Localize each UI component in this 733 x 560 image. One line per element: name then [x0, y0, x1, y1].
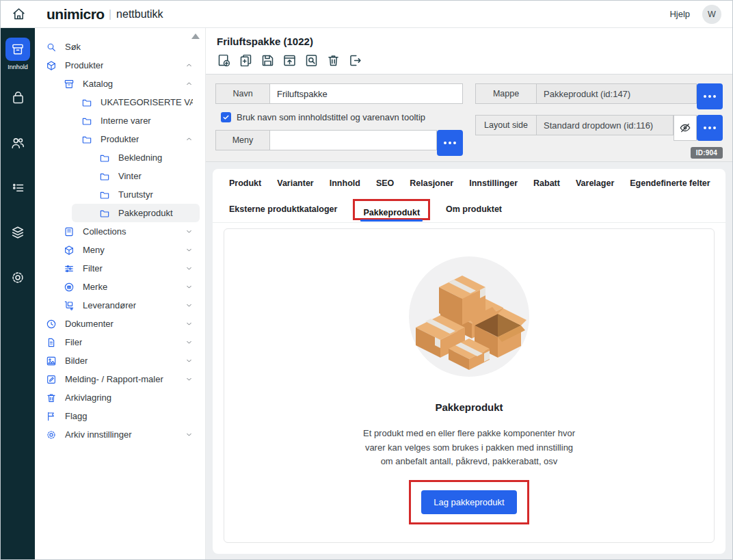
- nav-item-ukategoriserte-varer[interactable]: UKATEGORISERTE VARER: [35, 93, 200, 111]
- tab-relasjoner[interactable]: Relasjoner: [410, 178, 453, 196]
- page-title: Friluftspakke (1022): [217, 36, 721, 47]
- chevron-down-icon: [185, 375, 193, 383]
- brand-divider: |: [109, 8, 111, 21]
- meny-input[interactable]: [270, 130, 437, 150]
- chevron-down-icon: [185, 228, 193, 235]
- nav-item-merke[interactable]: Merke: [35, 278, 200, 296]
- users-icon[interactable]: [10, 135, 25, 150]
- tab-produkt[interactable]: Produkt: [229, 178, 261, 196]
- navn-input[interactable]: [270, 83, 463, 104]
- nav-item-interne-varer[interactable]: Interne varer: [35, 111, 200, 130]
- annotation-box-tab: Pakkeprodukt: [353, 199, 430, 220]
- layout-side-label: Layout side: [475, 115, 537, 135]
- tabs-row-2: Eksterne produktkataloger Pakkeprodukt O…: [229, 204, 709, 222]
- nav-item-produkter-folder[interactable]: Produkter: [35, 130, 200, 148]
- settings-gear-icon[interactable]: [10, 270, 25, 285]
- pakkeprodukt-panel: Pakkeprodukt Et produkt med en eller fle…: [224, 228, 715, 543]
- nav-item-filter[interactable]: Filter: [35, 259, 200, 278]
- id-badge: ID:904: [691, 147, 723, 159]
- nav-item-melding-rapport-maler[interactable]: Melding- / Rapport-maler: [35, 370, 200, 388]
- chevron-down-icon: [185, 338, 193, 346]
- nav-item-filer[interactable]: Filer: [35, 333, 200, 351]
- layers-icon[interactable]: [10, 225, 25, 240]
- save-icon[interactable]: [261, 53, 275, 68]
- tab-egendefinerte-felter[interactable]: Egendefinerte felter: [630, 178, 710, 196]
- nav-item-katalog[interactable]: Katalog: [35, 75, 200, 93]
- exit-icon[interactable]: [348, 53, 362, 68]
- duplicate-icon[interactable]: [239, 53, 253, 68]
- nav-item-arkivlagring[interactable]: Arkivlagring: [35, 388, 200, 407]
- nav-panel: Søk Produkter Katalog UKATEGORISERTE VAR…: [35, 28, 206, 559]
- tab-varianter[interactable]: Varianter: [277, 178, 314, 196]
- chevron-up-icon: [185, 80, 193, 88]
- nav-item-dokumenter[interactable]: Dokumenter: [35, 315, 200, 333]
- mappe-input[interactable]: [537, 83, 697, 104]
- annotation-box-button: Lag pakkeprodukt: [409, 480, 529, 524]
- meny-label: Meny: [215, 130, 270, 150]
- tab-varelager[interactable]: Varelager: [576, 178, 614, 196]
- nav-item-produkter[interactable]: Produkter: [35, 56, 200, 75]
- top-bar: unimicro | nettbutikk Hjelp W: [1, 1, 732, 28]
- nav-item-bilder[interactable]: Bilder: [35, 351, 200, 370]
- rail-active-label: Innhold: [8, 64, 28, 70]
- page-header: Friluftspakke (1022): [206, 28, 732, 74]
- chevron-down-icon: [185, 302, 193, 309]
- tab-rabatt[interactable]: Rabatt: [533, 178, 560, 196]
- layout-picker-button[interactable]: [697, 115, 723, 141]
- boxes-illustration: [409, 256, 529, 377]
- tab-seo[interactable]: SEO: [376, 178, 394, 196]
- eye-slash-icon[interactable]: [674, 115, 697, 141]
- meny-picker-button[interactable]: [437, 130, 463, 156]
- shopping-bag-icon[interactable]: [11, 91, 25, 105]
- panel-description: Et produkt med en eller flere pakke komp…: [362, 427, 576, 469]
- checkbox-label: Bruk navn som innholdstittel og varenavn…: [237, 112, 425, 122]
- chevron-down-icon: [185, 265, 193, 272]
- nav-item-collections[interactable]: Collections: [35, 222, 200, 241]
- use-name-checkbox[interactable]: [221, 112, 231, 122]
- nav-item-arkiv-innstillinger[interactable]: Arkiv innstillinger: [35, 425, 200, 444]
- panel-heading: Pakkeprodukt: [435, 401, 503, 413]
- tab-eksterne-produktkataloger[interactable]: Eksterne produktkataloger: [229, 204, 337, 222]
- brand-logo: unimicro: [46, 6, 105, 23]
- form-left-column: Navn Bruk navn som innholdstittel og var…: [215, 83, 463, 156]
- toolbar: [217, 53, 721, 68]
- chevron-up-icon: [185, 62, 193, 69]
- user-avatar[interactable]: W: [702, 5, 721, 24]
- nav-item-bekledning[interactable]: Bekledning: [35, 148, 200, 167]
- nav-item-turutstyr[interactable]: Turutstyr: [35, 185, 200, 204]
- tabs-card: Produkt Varianter Innhold SEO Relasjoner…: [213, 169, 725, 554]
- new-document-icon[interactable]: [217, 53, 231, 68]
- preview-icon[interactable]: [304, 53, 319, 68]
- rail-item-innhold[interactable]: [5, 38, 30, 61]
- scroll-up-arrow[interactable]: [191, 34, 200, 39]
- chevron-down-icon: [185, 431, 193, 438]
- nav-item-pakkeprodukt[interactable]: Pakkeprodukt: [72, 204, 200, 222]
- tab-innstillinger[interactable]: Innstillinger: [469, 178, 518, 196]
- chevron-down-icon: [185, 246, 193, 254]
- mappe-picker-button[interactable]: [697, 83, 723, 109]
- tab-pakkeprodukt[interactable]: Pakkeprodukt: [363, 208, 420, 224]
- icon-rail: Innhold: [1, 28, 35, 559]
- delete-icon[interactable]: [326, 53, 341, 68]
- list-icon[interactable]: [11, 181, 25, 195]
- tab-innhold[interactable]: Innhold: [330, 178, 360, 196]
- nav-item-meny[interactable]: Meny: [35, 241, 200, 259]
- help-link[interactable]: Hjelp: [669, 9, 690, 19]
- form-section: Navn Bruk navn som innholdstittel og var…: [206, 74, 732, 162]
- chevron-up-icon: [185, 135, 193, 143]
- nav-item-leverandorer[interactable]: Leverandører: [35, 296, 200, 315]
- chevron-down-icon: [185, 320, 193, 328]
- layout-side-input[interactable]: [537, 115, 674, 135]
- mappe-label: Mappe: [475, 83, 537, 104]
- chevron-down-icon: [185, 283, 193, 291]
- export-icon[interactable]: [282, 53, 297, 68]
- nav-item-flagg[interactable]: Flagg: [35, 407, 200, 425]
- chevron-down-icon: [185, 357, 193, 364]
- brand-suffix: nettbutikk: [116, 8, 163, 21]
- nav-item-sok[interactable]: Søk: [35, 38, 200, 56]
- form-right-column: Mappe Layout side: [475, 83, 723, 156]
- nav-item-vinter[interactable]: Vinter: [35, 167, 200, 185]
- home-icon[interactable]: [12, 7, 26, 21]
- tab-om-produktet[interactable]: Om produktet: [446, 204, 502, 222]
- lag-pakkeprodukt-button[interactable]: Lag pakkeprodukt: [421, 490, 516, 514]
